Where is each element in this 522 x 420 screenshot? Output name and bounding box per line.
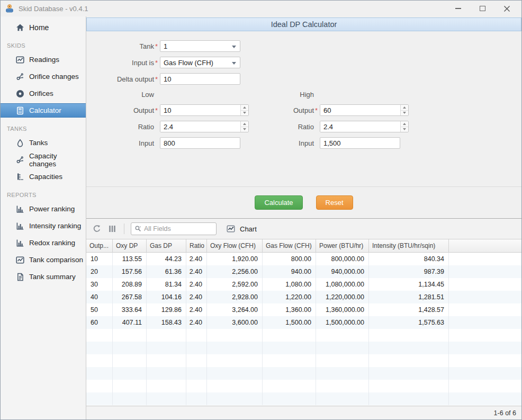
- minimize-button[interactable]: [454, 4, 462, 13]
- search-field[interactable]: [131, 222, 217, 235]
- low-ratio-input[interactable]: [160, 121, 240, 132]
- table-cell: 333.64: [113, 303, 147, 316]
- table-cell: [207, 329, 263, 342]
- sidebar-item-label: Capacity changes: [29, 152, 86, 168]
- delta-output-field[interactable]: [160, 73, 240, 85]
- table-cell: 1,080,000.00: [316, 278, 369, 291]
- ruler-icon: [15, 172, 24, 181]
- close-button[interactable]: [502, 4, 511, 13]
- low-output-input[interactable]: [160, 105, 240, 115]
- table-cell: 158.43: [147, 316, 186, 329]
- low-ratio-field[interactable]: [160, 121, 249, 132]
- high-ratio-input[interactable]: [320, 121, 400, 132]
- table-row[interactable]: 30208.8981.342.402,592.001,080.001,080,0…: [86, 278, 521, 291]
- sidebar-section-tanks: TANKS: [1, 126, 86, 132]
- column-header-outp[interactable]: Outp...: [86, 239, 113, 252]
- line-chart-icon: [15, 255, 24, 264]
- column-header-gas-flow-cfh[interactable]: Gas Flow (CFH): [263, 239, 316, 252]
- delta-output-label: Delta output: [86, 75, 154, 83]
- titlebar: Skid Database - v0.4.1: [1, 1, 521, 16]
- column-header-ratio[interactable]: Ratio: [186, 239, 207, 252]
- reset-button[interactable]: Reset: [316, 195, 353, 210]
- column-header-gas-dp[interactable]: Gas DP: [147, 239, 186, 252]
- sidebar-item-power-ranking[interactable]: Power ranking: [1, 202, 86, 216]
- table-cell: [207, 354, 263, 367]
- table-cell: 61.36: [147, 265, 186, 278]
- pagination-status: 1-6 of 6: [494, 409, 516, 417]
- table-cell: 1,281.51: [369, 291, 449, 303]
- sidebar-item-home[interactable]: Home: [1, 21, 86, 34]
- sidebar-item-redox-ranking[interactable]: Redox ranking: [1, 236, 86, 250]
- required-mark: *: [155, 106, 158, 114]
- columns-icon[interactable]: [107, 224, 118, 234]
- table-row[interactable]: 50333.64129.862.403,264.001,360.001,360,…: [86, 303, 521, 316]
- spin-up-button[interactable]: [401, 105, 408, 111]
- table-cell-filler: [449, 342, 521, 354]
- tank-select-value: 1: [164, 42, 167, 50]
- table-cell-filler: [449, 380, 521, 392]
- table-cell-filler: [449, 316, 521, 329]
- table-cell: [316, 329, 369, 342]
- table-row[interactable]: 10113.5544.232.401,920.00800.00800,000.0…: [86, 253, 521, 265]
- sidebar-item-capacities[interactable]: Capacities: [1, 169, 86, 184]
- empty-row: [86, 342, 521, 354]
- table-cell: [316, 367, 369, 380]
- table-cell: [369, 380, 449, 392]
- table-cell: 987.39: [369, 265, 449, 278]
- high-input-field[interactable]: [320, 137, 400, 149]
- table-cell: [186, 342, 207, 354]
- input-is-label: Input is: [86, 59, 154, 67]
- high-ratio-field[interactable]: [320, 121, 409, 132]
- spin-up-button[interactable]: [401, 121, 408, 127]
- table-cell: 1,500,000.00: [316, 316, 369, 329]
- high-output-input[interactable]: [320, 105, 400, 115]
- table-cell: 940,000.00: [316, 265, 369, 278]
- input-is-select[interactable]: Gas Flow (CFH): [160, 57, 240, 68]
- table-cell: [86, 392, 113, 405]
- high-output-field[interactable]: [320, 104, 409, 116]
- sidebar-item-calculator[interactable]: Calculator: [1, 103, 86, 118]
- table-row[interactable]: 20157.5661.362.402,256.00940.00940,000.0…: [86, 265, 521, 278]
- maximize-button[interactable]: [478, 4, 487, 13]
- column-header-oxy-dp[interactable]: Oxy DP: [113, 239, 147, 252]
- sidebar-item-tanks[interactable]: Tanks: [1, 136, 86, 150]
- chart-button-label: Chart: [240, 225, 257, 233]
- search-input[interactable]: [144, 225, 213, 233]
- table-cell: 81.34: [147, 278, 186, 291]
- column-header-intensity-btu-hr-sqin[interactable]: Intensity (BTU/hr/sqin): [369, 239, 449, 252]
- drop-icon: [15, 138, 24, 147]
- sidebar-item-capacity-changes[interactable]: Capacity changes: [1, 153, 86, 167]
- table-cell: 267.58: [113, 291, 147, 303]
- table-cell: 129.86: [147, 303, 186, 316]
- sidebar-item-readings[interactable]: Readings: [1, 52, 86, 67]
- low-input-label: Input: [86, 139, 154, 147]
- sidebar-item-intensity-ranking[interactable]: Intensity ranking: [1, 219, 86, 233]
- low-output-field[interactable]: [160, 104, 249, 116]
- sidebar-item-tank-summary[interactable]: Tank summary: [1, 270, 86, 284]
- empty-row: [86, 392, 521, 405]
- refresh-icon[interactable]: [92, 224, 102, 234]
- calculate-button[interactable]: Calculate: [255, 195, 302, 210]
- table-row[interactable]: 60407.11158.432.403,600.001,500.001,500,…: [86, 316, 521, 329]
- sidebar-item-orifices[interactable]: Orifices: [1, 86, 86, 101]
- tank-select[interactable]: 1: [160, 40, 240, 52]
- table-cell: [263, 342, 316, 354]
- table-row[interactable]: 40267.58104.162.402,928.001,220.001,220,…: [86, 291, 521, 303]
- sidebar-item-tank-comparison[interactable]: Tank comparison: [1, 253, 86, 267]
- column-header-power-btu-hr[interactable]: Power (BTU/hr): [316, 239, 369, 252]
- line-chart-icon: [226, 224, 236, 234]
- table-cell: [86, 380, 113, 392]
- table-cell: 208.89: [113, 278, 147, 291]
- required-mark: *: [155, 75, 158, 83]
- spin-down-button[interactable]: [401, 111, 408, 116]
- sidebar-item-label: Readings: [29, 56, 59, 64]
- chart-button[interactable]: Chart: [226, 224, 257, 234]
- table-cell: [113, 329, 147, 342]
- donut-icon: [15, 89, 24, 98]
- table-cell: [147, 392, 186, 405]
- sidebar-item-orifice-changes[interactable]: Orifice changes: [1, 69, 86, 84]
- spin-down-button[interactable]: [401, 127, 408, 132]
- low-input-field[interactable]: [160, 137, 240, 149]
- table-cell: [316, 354, 369, 367]
- column-header-oxy-flow-cfh[interactable]: Oxy Flow (CFH): [207, 239, 263, 252]
